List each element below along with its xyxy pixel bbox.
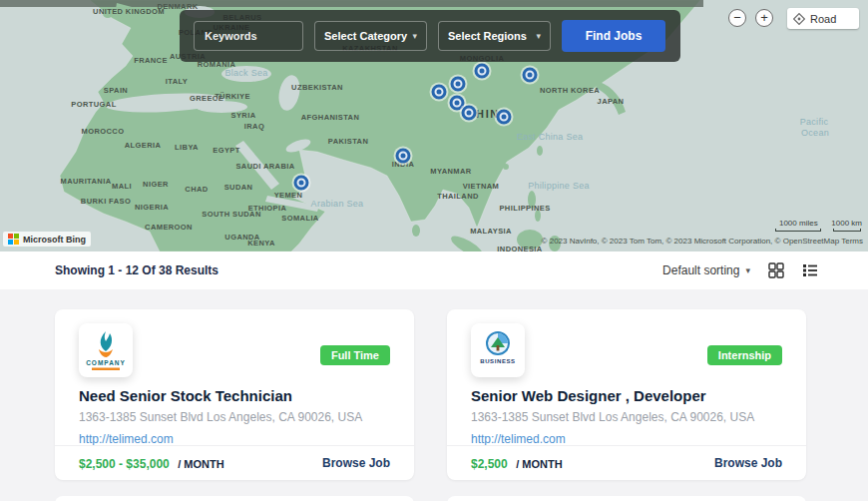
map-label: SOUTH SUDAN bbox=[202, 210, 260, 219]
map-marker[interactable] bbox=[475, 64, 490, 79]
next-card-preview bbox=[55, 496, 414, 501]
job-type-badge: Internship bbox=[707, 345, 782, 365]
map-label: VIETNAM bbox=[463, 182, 500, 191]
job-address: 1363-1385 Sunset Blvd Los Angeles, CA 90… bbox=[55, 410, 414, 424]
map-label: MYANMAR bbox=[430, 167, 471, 176]
chevron-down-icon: ▾ bbox=[745, 265, 750, 275]
map-label: NIGERIA bbox=[135, 203, 169, 212]
category-select[interactable]: Select Category ▾ bbox=[314, 21, 427, 51]
map-label: FRANCE bbox=[134, 56, 168, 65]
map-label: PORTUGAL bbox=[71, 100, 116, 109]
job-search-panel: Select Category ▾ Select Regions ▾ Find … bbox=[180, 10, 680, 62]
map-style-select[interactable]: Road bbox=[787, 8, 859, 29]
job-title: Need Senior Stock Technician bbox=[55, 387, 414, 404]
map-label: East China Sea bbox=[517, 132, 584, 142]
map-label: BURKI FASO bbox=[81, 197, 131, 206]
map-label: MALI bbox=[112, 182, 132, 191]
scale-miles-label: 1000 miles bbox=[779, 219, 818, 228]
map-label: TÜRKIYE bbox=[215, 92, 250, 101]
job-card: BUSINESS Internship Senior Web Designer … bbox=[447, 309, 806, 480]
company-logo-flame bbox=[101, 331, 112, 351]
job-salary-period: / MONTH bbox=[516, 458, 562, 470]
job-type-badge: Full Time bbox=[320, 345, 390, 365]
business-logo: BUSINESS bbox=[471, 323, 525, 377]
regions-select[interactable]: Select Regions ▾ bbox=[438, 21, 551, 51]
bing-logo[interactable]: Microsoft Bing bbox=[3, 232, 91, 247]
company-logo-text: COMPANY bbox=[86, 359, 126, 366]
map-label: Pacific bbox=[800, 117, 829, 127]
map-scale: 1000 miles 1000 km bbox=[775, 219, 862, 232]
job-website-link[interactable]: http://telimed.com bbox=[447, 432, 806, 446]
chevron-down-icon: ▾ bbox=[536, 31, 541, 41]
map-label: PAKISTAN bbox=[328, 137, 368, 146]
job-results-section: COMPANY Full Time Need Senior Stock Tech… bbox=[0, 289, 868, 501]
map-label: ALGERIA bbox=[125, 141, 162, 150]
map-label: SUDAN bbox=[224, 183, 253, 192]
category-select-label: Select Category bbox=[324, 30, 407, 42]
keywords-input[interactable] bbox=[195, 30, 302, 42]
map-label: SAUDI ARABIA bbox=[235, 162, 294, 171]
bing-logo-text: Microsoft Bing bbox=[23, 235, 86, 245]
zoom-out-button[interactable]: − bbox=[728, 9, 746, 27]
results-bar: Showing 1 - 12 Of 38 Results Default sor… bbox=[0, 251, 868, 289]
find-jobs-button[interactable]: Find Jobs bbox=[562, 20, 665, 52]
map-label: UNITED KINGDOM bbox=[93, 7, 165, 16]
map-marker[interactable] bbox=[432, 85, 447, 100]
job-card: COMPANY Full Time Need Senior Stock Tech… bbox=[55, 309, 414, 480]
next-card-preview bbox=[447, 496, 806, 501]
map-label: Black Sea bbox=[224, 68, 267, 78]
map-label: LIBYA bbox=[175, 143, 199, 152]
job-salary: $2,500 - $35,000 bbox=[79, 457, 170, 471]
map-label: SOMALIA bbox=[281, 214, 318, 223]
page: UNITED KINGDOMDENMARKPOLANDBELARUSUKRAIN… bbox=[0, 0, 868, 501]
company-logo: COMPANY bbox=[79, 323, 133, 377]
map-label: Philippine Sea bbox=[528, 181, 590, 191]
job-address: 1363-1385 Sunset Blvd Los Angeles, CA 90… bbox=[447, 410, 806, 424]
map-marker[interactable] bbox=[523, 68, 538, 83]
keywords-field[interactable] bbox=[194, 21, 303, 51]
map-label: INDONESIA bbox=[497, 245, 542, 252]
map-label: CAMEROON bbox=[145, 223, 193, 232]
scale-km-bar bbox=[833, 229, 861, 232]
map-marker[interactable] bbox=[294, 176, 309, 191]
scale-miles-bar bbox=[775, 229, 821, 232]
job-title: Senior Web Designer , Developer bbox=[447, 387, 806, 404]
map-marker[interactable] bbox=[451, 77, 466, 92]
scale-km-label: 1000 km bbox=[831, 219, 862, 228]
sorting-dropdown[interactable]: Default sorting ▾ bbox=[662, 263, 750, 277]
regions-select-label: Select Regions bbox=[448, 30, 527, 42]
zoom-in-button[interactable]: + bbox=[755, 9, 773, 27]
map-label: SPAIN bbox=[104, 86, 128, 95]
map-label: JAPAN bbox=[598, 97, 625, 106]
job-website-link[interactable]: http://telimed.com bbox=[55, 432, 414, 446]
results-count: Showing 1 - 12 Of 38 Results bbox=[55, 263, 218, 277]
map-canvas[interactable]: UNITED KINGDOMDENMARKPOLANDBELARUSUKRAIN… bbox=[0, 0, 868, 251]
map-attribution: © 2023 NavInfo, © 2023 Tom Tom, © 2023 M… bbox=[542, 237, 863, 246]
map-marker[interactable] bbox=[396, 149, 411, 164]
job-salary: $2,500 bbox=[471, 457, 508, 471]
chevron-down-icon: ▾ bbox=[412, 31, 417, 41]
map-label: THAILAND bbox=[437, 192, 479, 201]
map-label: NIGER bbox=[143, 180, 169, 189]
list-view-icon[interactable] bbox=[802, 262, 818, 278]
browse-job-link[interactable]: Browse Job bbox=[714, 456, 782, 470]
map-marker[interactable] bbox=[497, 110, 512, 125]
grid-view-icon[interactable] bbox=[768, 262, 784, 278]
map-style-icon bbox=[793, 13, 805, 25]
microsoft-logo-icon bbox=[8, 234, 19, 245]
map-label: YEMEN bbox=[274, 191, 303, 200]
map-label: CHAD bbox=[185, 185, 208, 194]
map-label: Ocean bbox=[801, 128, 829, 138]
map-marker[interactable] bbox=[462, 106, 477, 121]
map-label: Arabian Sea bbox=[311, 199, 364, 209]
map-label: NORTH KOREA bbox=[540, 86, 600, 95]
map-label: MOROCCO bbox=[82, 127, 125, 136]
map-label: KENYA bbox=[247, 239, 275, 248]
map-label: IRAQ bbox=[244, 122, 264, 131]
zoom-controls: − + bbox=[728, 9, 773, 27]
map-label: UZBEKISTAN bbox=[291, 83, 343, 92]
map-label: MALAYSIA bbox=[470, 227, 512, 236]
map-label: ITALY bbox=[166, 77, 188, 86]
job-salary-period: / MONTH bbox=[178, 458, 223, 470]
browse-job-link[interactable]: Browse Job bbox=[322, 456, 390, 470]
